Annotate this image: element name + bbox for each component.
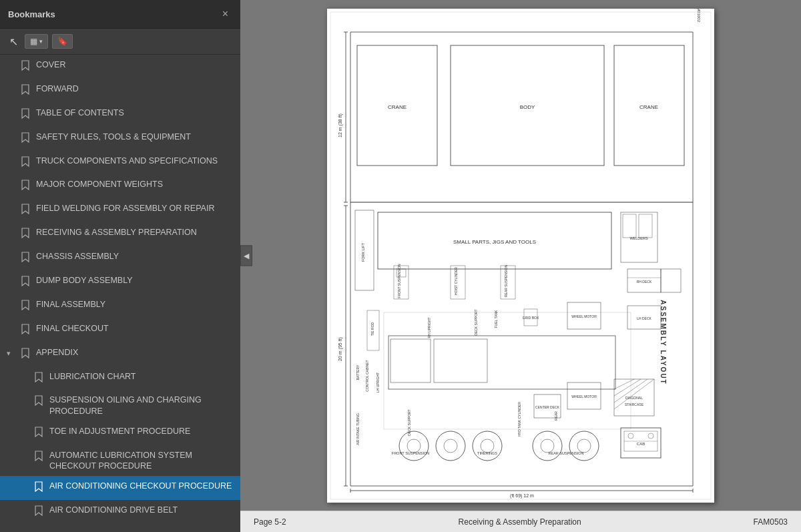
sidebar-item-cover[interactable]: COVER — [0, 55, 240, 79]
svg-text:HOIST CYLINDER: HOIST CYLINDER — [454, 266, 458, 294]
bookmark-new-button[interactable]: 🔖 — [52, 34, 73, 49]
sidebar-item-label: MAJOR COMPONENT WEIGHTS — [36, 179, 232, 190]
sidebar-item-label: FIELD WELDING FOR ASSEMBLY OR REPAIR — [36, 203, 232, 214]
svg-text:TIE ROD: TIE ROD — [370, 322, 374, 336]
bookmark-item-icon — [21, 324, 31, 338]
sidebar-item-dump-body[interactable]: DUMP BODY ASSEMBLY — [0, 270, 240, 294]
section-name: Receiving & Assembly Preparation — [459, 517, 581, 527]
sidebar-item-label: TRUCK COMPONENTS AND SPECIFICATIONS — [36, 156, 232, 166]
bookmark-item-icon — [21, 204, 31, 218]
svg-text:DIAGONAL: DIAGONAL — [625, 396, 643, 400]
bookmark-item-icon — [21, 276, 31, 290]
svg-text:BATTERY: BATTERY — [356, 364, 360, 380]
sidebar-item-label: DUMP BODY ASSEMBLY — [36, 275, 232, 286]
sidebar-item-final-checkout[interactable]: FINAL CHECKOUT — [0, 318, 240, 342]
sidebar-item-field-welding[interactable]: FIELD WELDING FOR ASSEMBLY OR REPAIR — [0, 198, 240, 222]
bookmark-item-icon — [35, 505, 44, 519]
sidebar-item-label: CHASSIS ASSEMBLY — [36, 251, 232, 262]
svg-text:FAM01002: FAM01002 — [697, 9, 701, 23]
svg-text:DECK SUPPORT: DECK SUPPORT — [407, 409, 411, 435]
sidebar-item-label: APPENDIX — [36, 347, 232, 358]
sidebar-header: Bookmarks × — [0, 0, 240, 29]
sidebar-item-label: RECEIVING & ASSEMBLY PREPARATION — [36, 227, 232, 238]
bookmark-item-icon — [21, 348, 31, 362]
bookmark-item-icon — [21, 132, 31, 146]
bookmark-icon: 🔖 — [57, 37, 67, 46]
main-content: ◀ FAM01002 12 m (38 ft) — [240, 0, 801, 532]
sidebar-item-label: FINAL CHECKOUT — [36, 323, 232, 334]
sidebar: Bookmarks × ↖ ▦ ▾ 🔖 COVER FORWARD TABLE … — [0, 0, 240, 532]
bookmark-item-icon — [21, 252, 31, 266]
sidebar-item-lubrication-chart[interactable]: LUBRICATION CHART — [0, 366, 240, 390]
svg-text:BODY: BODY — [520, 104, 535, 110]
sidebar-title: Bookmarks — [8, 9, 55, 19]
svg-text:FUEL TANK: FUEL TANK — [494, 309, 498, 328]
sidebar-item-suspension-oiling[interactable]: SUSPENSION OILING AND CHARGING PROCEDURE — [0, 390, 240, 421]
doc-id: FAM0503 — [754, 517, 788, 527]
sidebar-item-label: AUTOMATIC LUBRICATION SYSTEM CHECKOUT PR… — [49, 450, 232, 472]
bookmark-item-icon — [21, 300, 31, 314]
svg-text:REAR SUSPENSION: REAR SUSPENSION — [549, 451, 584, 455]
cursor-arrow: ↖ — [9, 35, 18, 48]
svg-text:REAR SUSPENSION: REAR SUSPENSION — [504, 264, 508, 296]
sidebar-item-air-conditioning[interactable]: AIR CONDITIONING CHECKOUT PROCEDURE — [0, 476, 240, 500]
svg-text:LH UPRIGHT: LH UPRIGHT — [376, 372, 380, 392]
bookmark-list: COVER FORWARD TABLE OF CONTENTS SAFETY R… — [0, 55, 240, 532]
sidebar-item-safety[interactable]: SAFETY RULES, TOOLS & EQUIPMENT — [0, 127, 240, 151]
sidebar-item-ac-drive-belt[interactable]: AIR CONDITIONING DRIVE BELT — [0, 500, 240, 524]
page-area: ◀ FAM01002 12 m (38 ft) — [240, 0, 801, 511]
sidebar-toolbar: ↖ ▦ ▾ 🔖 — [0, 29, 240, 55]
document-page: FAM01002 12 m (38 ft) CRANE — [327, 9, 714, 503]
svg-text:REAR: REAR — [554, 411, 558, 420]
svg-text:LH DECK: LH DECK — [637, 316, 651, 320]
expand-icon: ▾ — [7, 348, 16, 358]
sidebar-item-auto-lube[interactable]: AUTOMATIC LUBRICATION SYSTEM CHECKOUT PR… — [0, 445, 240, 477]
sidebar-item-toc[interactable]: TABLE OF CONTENTS — [0, 103, 240, 127]
svg-text:12 m (38 ft): 12 m (38 ft) — [338, 113, 343, 138]
sidebar-item-major-weights[interactable]: MAJOR COMPONENT WEIGHTS — [0, 174, 240, 198]
svg-text:RH UPRIGHT: RH UPRIGHT — [427, 317, 431, 338]
page-number: Page 5-2 — [254, 517, 286, 527]
svg-text:GRID BOX: GRID BOX — [523, 316, 539, 320]
page-footer: Page 5-2 Receiving & Assembly Preparatio… — [240, 511, 801, 532]
sidebar-item-label: FINAL ASSEMBLY — [36, 299, 232, 310]
bookmark-item-icon — [21, 180, 31, 194]
assembly-diagram: FAM01002 12 m (38 ft) CRANE — [327, 9, 714, 503]
close-button[interactable]: × — [218, 7, 232, 21]
svg-text:WHEEL MOTOR: WHEEL MOTOR — [571, 394, 597, 398]
svg-text:ASSEMBLY LAYOUT: ASSEMBLY LAYOUT — [659, 300, 667, 384]
bookmark-item-icon — [35, 451, 44, 465]
sidebar-item-truck-components[interactable]: TRUCK COMPONENTS AND SPECIFICATIONS — [0, 151, 240, 175]
bookmark-item-icon — [21, 108, 31, 122]
sidebar-item-label: TOE IN ADJUSTMENT PROCEDURE — [49, 426, 232, 437]
expand-dropdown-icon: ▾ — [39, 38, 43, 45]
svg-text:CRANE: CRANE — [639, 104, 658, 110]
sidebar-item-label: SUSPENSION OILING AND CHARGING PROCEDURE — [49, 394, 232, 417]
sidebar-item-label: SAFETY RULES, TOOLS & EQUIPMENT — [36, 131, 232, 142]
bookmark-item-icon — [21, 84, 31, 98]
expand-grid-icon: ▦ — [30, 37, 37, 46]
svg-text:WHEEL MOTOR: WHEEL MOTOR — [571, 314, 597, 318]
bookmark-item-icon — [35, 372, 44, 386]
bookmark-item-icon — [21, 228, 31, 242]
svg-text:DECK SUPPORT: DECK SUPPORT — [474, 309, 478, 335]
svg-text:FRONT SUSPENSION: FRONT SUSPENSION — [392, 451, 429, 455]
sidebar-item-appendix[interactable]: ▾ APPENDIX — [0, 342, 240, 366]
sidebar-item-label: AIR CONDITIONING DRIVE BELT — [49, 505, 232, 515]
svg-text:SMALL PARTS, JIGS AND TOOLS: SMALL PARTS, JIGS AND TOOLS — [453, 239, 536, 245]
sidebar-item-toe-in[interactable]: TOE IN ADJUSTMENT PROCEDURE — [0, 421, 240, 445]
svg-text:CENTER DECK: CENTER DECK — [535, 405, 560, 409]
svg-text:20 m (95 ft): 20 m (95 ft) — [338, 337, 343, 361]
sidebar-item-label: FORWARD — [36, 83, 232, 94]
sidebar-item-label: COVER — [36, 59, 232, 70]
collapse-panel-button[interactable]: ◀ — [240, 245, 252, 266]
sidebar-item-receiving[interactable]: RECEIVING & ASSEMBLY PREPARATION — [0, 222, 240, 246]
sidebar-item-final-assembly[interactable]: FINAL ASSEMBLY — [0, 294, 240, 318]
sidebar-item-chassis[interactable]: CHASSIS ASSEMBLY — [0, 246, 240, 270]
expand-all-button[interactable]: ▦ ▾ — [25, 34, 48, 49]
svg-text:CONTROL CABINET: CONTROL CABINET — [365, 360, 369, 391]
svg-text:TIRERINGS: TIRERINGS — [477, 451, 497, 455]
svg-text:AIR INTAKE TUBING: AIR INTAKE TUBING — [356, 413, 360, 445]
sidebar-item-forward[interactable]: FORWARD — [0, 79, 240, 103]
sidebar-item-label: AIR CONDITIONING CHECKOUT PROCEDURE — [49, 481, 232, 491]
